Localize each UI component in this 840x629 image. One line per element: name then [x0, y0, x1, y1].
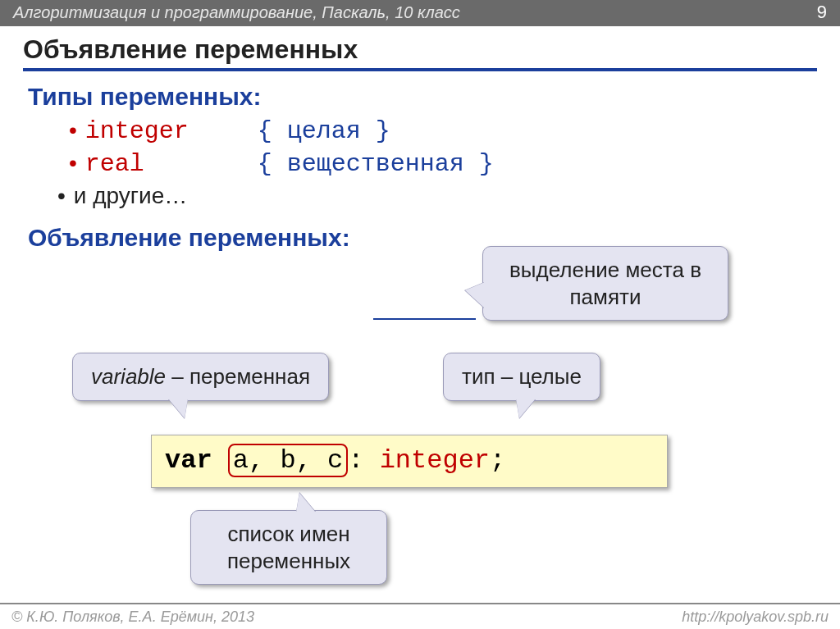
connector-line: [373, 318, 476, 320]
bullet-icon: •: [57, 185, 66, 207]
list-item: • и другие…: [57, 183, 817, 209]
type-list: • integer { целая } • real { вещественна…: [69, 117, 817, 209]
callout-text: тип – целые: [462, 364, 582, 389]
footer-url: http://kpolyakov.spb.ru: [682, 608, 829, 626]
code-keyword-var: var: [165, 445, 212, 476]
type-keyword: integer: [85, 117, 258, 145]
types-heading: Типы переменных:: [28, 83, 817, 111]
callout-tail-icon: [516, 399, 536, 418]
list-item: • integer { целая }: [69, 117, 817, 145]
callout-memory: выделение места в памяти: [482, 246, 728, 321]
callout-names: список имен переменных: [190, 510, 387, 585]
callout-type: тип – целые: [443, 353, 600, 401]
callout-prefix: variable: [91, 364, 166, 389]
callout-suffix: – переменная: [166, 364, 310, 389]
type-comment: { вещественная }: [258, 150, 494, 178]
breadcrumb: Алгоритмизация и программирование, Паска…: [13, 3, 460, 22]
code-box: var a, b, c : integer;: [151, 435, 668, 488]
code-type-keyword: integer: [380, 445, 490, 476]
slide-content: Объявление переменных Типы переменных: •…: [0, 26, 840, 600]
callout-text: выделение места в памяти: [509, 258, 701, 309]
callout-tail-icon: [465, 282, 485, 308]
page-number: 9: [817, 2, 827, 23]
bullet-icon: •: [69, 152, 77, 175]
code-semi: ;: [490, 445, 505, 476]
bullet-icon: •: [69, 119, 77, 142]
types-more: и другие…: [74, 183, 187, 209]
callout-variable: variable – переменная: [72, 353, 329, 401]
callout-text: список имен переменных: [227, 522, 350, 573]
code-var-list: a, b, c: [233, 445, 343, 476]
callout-tail-icon: [168, 399, 188, 418]
type-keyword: real: [85, 150, 258, 178]
footer-author: К.Ю. Поляков, Е.А. Ерёмин, 2013: [11, 608, 254, 626]
footer-bar: К.Ю. Поляков, Е.А. Ерёмин, 2013 http://k…: [0, 603, 840, 629]
list-item: • real { вещественная }: [69, 150, 817, 178]
callout-tail-icon: [296, 493, 316, 513]
code-var-list-outline: a, b, c: [228, 444, 348, 477]
type-comment: { целая }: [258, 117, 390, 145]
page-title: Объявление переменных: [23, 34, 817, 71]
header-bar: Алгоритмизация и программирование, Паска…: [0, 0, 840, 26]
code-colon: :: [348, 445, 379, 476]
